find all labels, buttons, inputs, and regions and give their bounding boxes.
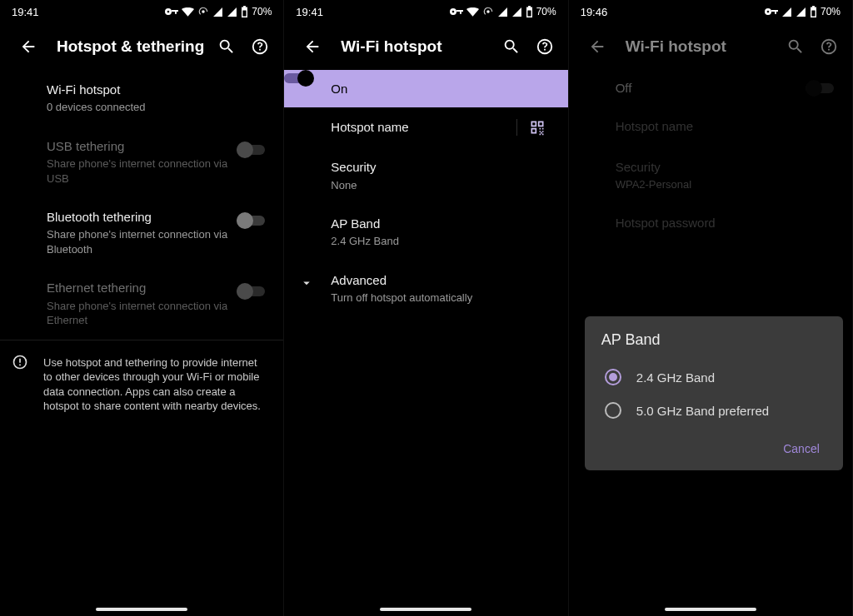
search-icon	[502, 37, 521, 56]
arrow-back-icon	[19, 37, 37, 56]
hotspot-icon	[482, 6, 494, 17]
dialog-scrim[interactable]: AP Band 2.4 GHz Band 5.0 GHz Band prefer…	[569, 70, 852, 244]
ap-band-dialog: AP Band 2.4 GHz Band 5.0 GHz Band prefer…	[585, 316, 843, 470]
item-title: Hotspot name	[331, 119, 509, 136]
radio-option-5ghz[interactable]: 5.0 GHz Band preferred	[601, 394, 828, 427]
search-button[interactable]	[779, 30, 812, 63]
item-title: Ethernet tethering	[47, 280, 237, 296]
app-bar: Wi-Fi hotspot	[569, 23, 852, 70]
item-subtitle: Share phone's internet connection via US…	[47, 156, 237, 186]
item-title: Bluetooth tethering	[47, 209, 237, 226]
help-icon	[820, 37, 838, 56]
item-ethernet-tethering: Ethernet tethering Share phone's interne…	[0, 268, 283, 339]
help-button[interactable]	[528, 30, 561, 63]
signal-icon-1	[212, 7, 223, 17]
cancel-button[interactable]: Cancel	[775, 435, 828, 462]
wifi-icon	[182, 7, 194, 17]
item-title: Wi-Fi hotspot	[47, 82, 267, 98]
info-footer: Use hotspot and tethering to provide int…	[0, 340, 283, 425]
radio-option-24ghz[interactable]: 2.4 GHz Band	[601, 360, 828, 394]
hotspot-master-toggle[interactable]: On	[284, 70, 567, 107]
content: On Hotspot name Security None AP Band 2.…	[284, 70, 567, 317]
battery-icon	[526, 6, 533, 17]
help-icon	[251, 37, 269, 56]
status-icons: 70%	[765, 6, 841, 17]
page-title: Wi-Fi hotspot	[614, 37, 779, 56]
arrow-back-icon	[588, 37, 606, 56]
item-title: AP Band	[331, 216, 551, 232]
radio-label: 2.4 GHz Band	[636, 370, 715, 385]
gesture-nav-handle[interactable]	[96, 608, 187, 611]
battery-percent: 70%	[821, 6, 841, 17]
item-ap-band[interactable]: AP Band 2.4 GHz Band	[284, 204, 567, 261]
toggle-label: On	[331, 82, 551, 96]
battery-icon	[241, 6, 248, 17]
item-subtitle: Share phone's internet connection via Bl…	[47, 227, 237, 256]
vpn-key-icon	[165, 7, 178, 16]
item-bluetooth-tethering[interactable]: Bluetooth tethering Share phone's intern…	[0, 197, 283, 268]
hotspot-icon	[197, 6, 209, 17]
signal-icon-2	[511, 7, 522, 17]
ethernet-tethering-switch	[237, 283, 267, 300]
item-subtitle: 2.4 GHz Band	[331, 234, 551, 249]
signal-icon-1	[781, 7, 792, 17]
status-time: 19:41	[12, 6, 39, 18]
content: Wi-Fi hotspot 0 devices connected USB te…	[0, 70, 283, 425]
battery-icon	[810, 6, 817, 17]
gesture-nav-handle[interactable]	[380, 608, 471, 611]
search-icon	[217, 37, 236, 56]
status-icons: 70%	[165, 6, 272, 17]
page-title: Wi-Fi hotspot	[329, 37, 494, 56]
screen-hotspot-tethering: 19:41 70% Hotspot & tethering Wi-Fi hots…	[0, 0, 284, 616]
battery-percent: 70%	[536, 6, 556, 17]
back-button[interactable]	[581, 30, 614, 63]
back-button[interactable]	[12, 30, 45, 63]
qr-icon	[529, 119, 546, 136]
status-icons: 70%	[450, 6, 556, 17]
app-bar: Wi-Fi hotspot	[284, 23, 567, 70]
svg-point-0	[202, 10, 206, 13]
status-time: 19:46	[581, 6, 608, 18]
item-title: USB tethering	[47, 138, 237, 155]
item-security[interactable]: Security None	[284, 147, 567, 204]
qr-share-button[interactable]	[516, 119, 551, 136]
battery-percent: 70%	[252, 6, 272, 17]
item-title: Advanced	[331, 272, 551, 289]
item-title: Security	[331, 159, 551, 176]
gesture-nav-handle[interactable]	[665, 608, 756, 611]
signal-icon-2	[227, 7, 237, 17]
radio-label: 5.0 GHz Band preferred	[636, 404, 769, 418]
svg-point-1	[486, 10, 490, 13]
status-time: 19:41	[296, 6, 323, 18]
screen-wifi-hotspot-dialog: 19:46 70% Wi-Fi hotspot Off Hotspot name	[569, 0, 853, 616]
help-button[interactable]	[243, 30, 277, 63]
usb-tethering-switch	[237, 142, 267, 158]
item-advanced[interactable]: Advanced Turn off hotspot automatically	[284, 261, 567, 317]
signal-icon-2	[796, 7, 806, 17]
item-hotspot-name[interactable]: Hotspot name	[284, 107, 567, 147]
help-button[interactable]	[812, 30, 846, 63]
search-icon	[786, 37, 805, 56]
search-button[interactable]	[495, 30, 528, 63]
signal-icon-1	[497, 7, 508, 17]
app-bar: Hotspot & tethering	[0, 23, 283, 70]
status-bar: 19:41 70%	[0, 0, 283, 23]
info-icon	[12, 354, 28, 370]
dialog-title: AP Band	[601, 331, 828, 349]
chevron-down-icon	[299, 276, 314, 291]
back-button[interactable]	[296, 30, 329, 63]
wifi-icon	[466, 7, 479, 17]
help-icon	[536, 37, 554, 56]
item-wifi-hotspot[interactable]: Wi-Fi hotspot 0 devices connected	[0, 70, 283, 127]
status-bar: 19:41 70%	[284, 0, 567, 23]
radio-icon	[605, 369, 621, 385]
search-button[interactable]	[210, 30, 243, 63]
vpn-key-icon	[765, 7, 778, 16]
item-subtitle: Turn off hotspot automatically	[331, 291, 551, 306]
item-usb-tethering: USB tethering Share phone's internet con…	[0, 127, 283, 197]
content: Off Hotspot name Security WPA2-Personal …	[569, 70, 852, 244]
item-subtitle: 0 devices connected	[47, 100, 267, 115]
bluetooth-tethering-switch[interactable]	[237, 212, 267, 229]
item-subtitle: None	[331, 178, 551, 193]
item-subtitle: Share phone's internet connection via Et…	[47, 299, 237, 328]
